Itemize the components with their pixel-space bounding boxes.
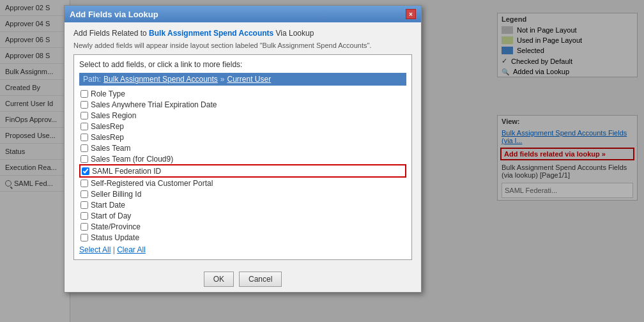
modal-description: Add Fields Related to Bulk Assignment Sp… (73, 29, 412, 38)
field-checkbox[interactable] (80, 212, 88, 220)
field-list-container: Select to add fields, or click a link to… (73, 54, 412, 260)
modal-desc-link[interactable]: Bulk Assignment Spend Accounts (149, 29, 273, 38)
field-checkbox[interactable] (80, 190, 88, 198)
field-checkbox[interactable] (80, 101, 88, 109)
field-label: SAML Federation ID (92, 167, 161, 176)
modal-desc-suffix: Via Lookup (273, 29, 314, 38)
field-checkbox[interactable] (80, 223, 88, 231)
modal-desc-prefix: Add Fields Related to (73, 29, 149, 38)
field-item[interactable]: Self-Registered via Customer Portal (79, 178, 406, 188)
field-item[interactable]: SAML Federation ID (79, 164, 406, 178)
path-label: Path: (83, 75, 101, 84)
field-item[interactable]: Role Type (79, 88, 406, 99)
field-label: Start of Day (91, 211, 131, 220)
field-item[interactable]: Status Update (79, 232, 406, 241)
field-item[interactable]: State/Province (79, 221, 406, 232)
field-checkbox[interactable] (80, 144, 88, 152)
path-link-currentuser[interactable]: Current User (227, 75, 272, 84)
field-label: Start Date (91, 201, 125, 210)
field-list-label: Select to add fields, or click a link to… (79, 60, 406, 69)
modal-footer: OK Cancel (65, 266, 421, 292)
field-item[interactable]: Start of Day (79, 210, 406, 221)
field-checkbox[interactable] (80, 134, 88, 141)
modal-titlebar: Add Fields via Lookup × (65, 6, 421, 22)
path-separator: » (220, 75, 225, 84)
field-checkbox[interactable] (80, 155, 88, 163)
field-checkbox[interactable] (80, 234, 88, 241)
path-bar: Path: Bulk Assignment Spend Accounts » C… (79, 73, 406, 86)
field-item[interactable]: Seller Billing Id (79, 188, 406, 199)
field-checkbox[interactable] (80, 112, 88, 119)
modal-dialog: Add Fields via Lookup × Add Fields Relat… (64, 5, 422, 293)
cancel-button[interactable]: Cancel (239, 272, 282, 287)
field-scroll-area[interactable]: Role TypeSales Anywhere Trial Expiration… (79, 88, 406, 241)
field-label: Self-Registered via Customer Portal (91, 179, 213, 188)
field-label: State/Province (91, 222, 141, 231)
field-checkbox[interactable] (80, 123, 88, 130)
field-checkbox[interactable] (80, 180, 88, 187)
select-all-link[interactable]: Select All (79, 245, 111, 254)
field-item[interactable]: SalesRep (79, 132, 406, 142)
modal-subdescription: Newly added fields will appear inside la… (73, 42, 412, 49)
field-item[interactable]: Start Date (79, 199, 406, 210)
field-item[interactable]: Sales Anywhere Trial Expiration Date (79, 99, 406, 110)
modal-title: Add Fields via Lookup (70, 10, 158, 19)
field-item[interactable]: Sales Team (79, 142, 406, 153)
path-link-bulk[interactable]: Bulk Assignment Spend Accounts (103, 75, 218, 84)
field-label: Role Type (91, 89, 125, 98)
modal-close-button[interactable]: × (406, 9, 416, 19)
field-label: Sales Anywhere Trial Expiration Date (91, 100, 217, 109)
field-label: Sales Region (91, 111, 136, 120)
field-label: SalesRep (91, 122, 124, 131)
field-checkbox[interactable] (80, 201, 88, 209)
field-checkbox[interactable] (82, 167, 89, 175)
clear-all-link[interactable]: Clear All (117, 245, 146, 254)
modal-body: Add Fields Related to Bulk Assignment Sp… (65, 22, 421, 266)
field-checkbox[interactable] (80, 90, 88, 98)
field-item[interactable]: Sales Region (79, 110, 406, 121)
field-item[interactable]: SalesRep (79, 121, 406, 132)
field-label: Status Update (91, 233, 139, 242)
field-item[interactable]: Sales Team (for Cloud9) (79, 153, 406, 164)
field-label: Sales Team (91, 144, 130, 153)
select-clear-row: Select All | Clear All (79, 245, 406, 254)
field-label: SalesRep (91, 133, 124, 142)
field-label: Sales Team (for Cloud9) (91, 155, 173, 164)
ok-button[interactable]: OK (204, 272, 234, 287)
field-label: Seller Billing Id (91, 190, 141, 199)
